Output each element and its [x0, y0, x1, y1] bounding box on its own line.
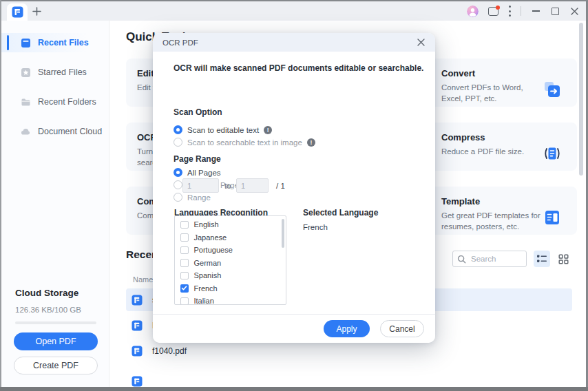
- range-to-input[interactable]: [236, 178, 269, 193]
- selected-language-label: Selected Language: [303, 208, 378, 218]
- radio-unselected-icon: [174, 193, 182, 202]
- notifications-icon[interactable]: [488, 7, 498, 16]
- radio-label: Range: [187, 193, 211, 202]
- radio-label: All Pages: [187, 169, 221, 177]
- main-scrollbar[interactable]: [579, 23, 583, 176]
- radio-range[interactable]: Range: [174, 193, 211, 202]
- maximize-button[interactable]: [550, 6, 560, 16]
- sidebar-item-document-cloud[interactable]: Document Cloud: [1, 122, 109, 141]
- app-tab[interactable]: [7, 3, 28, 21]
- language-label: Portuguese: [194, 246, 233, 254]
- card-compress[interactable]: Compress Reduce a PDF file size.: [430, 123, 577, 171]
- checkbox-unchecked-icon: [180, 233, 189, 242]
- sidebar: Recent Files Starred Files Recent Folder…: [1, 21, 109, 387]
- card-desc: Reduce a PDF file size.: [441, 147, 546, 158]
- apply-button[interactable]: Apply: [324, 320, 370, 337]
- account-avatar[interactable]: [467, 6, 479, 17]
- info-icon[interactable]: [264, 126, 272, 134]
- radio-selected-icon: [174, 168, 182, 177]
- language-label: German: [194, 259, 222, 267]
- cloud-storage-usage: 126.36 KB/100 GB: [15, 306, 81, 314]
- recent-files-icon: [21, 38, 31, 48]
- sidebar-item-label: Starred Files: [38, 67, 87, 77]
- radio-selected-icon: [174, 125, 182, 134]
- convert-icon: [543, 80, 562, 99]
- languages-listbox[interactable]: English Japanese Portuguese German Spani…: [174, 215, 286, 305]
- sidebar-item-starred-files[interactable]: Starred Files: [1, 63, 109, 82]
- cloud-icon: [21, 127, 31, 137]
- card-desc: Get great PDF templates for resumes, pos…: [441, 211, 546, 232]
- minimize-button[interactable]: [531, 6, 540, 16]
- grid-view-toggle[interactable]: [555, 251, 571, 267]
- list-view-toggle[interactable]: [534, 251, 550, 267]
- dialog-description: OCR will make scanned PDF documents edit…: [174, 63, 423, 73]
- card-desc: Convert PDFs to Word, Excel, PPT, etc.: [441, 83, 546, 104]
- file-name: f1040.pdf: [152, 346, 187, 356]
- radio-scan-editable[interactable]: Scan to editable text: [174, 125, 272, 134]
- search-input[interactable]: [470, 254, 523, 264]
- checkbox-checked-icon: [180, 284, 189, 293]
- checkbox-unchecked-icon: [180, 272, 189, 280]
- pdf-file-icon: [132, 295, 143, 306]
- card-template[interactable]: Template Get great PDF templates for res…: [430, 187, 577, 235]
- folder-icon: [21, 97, 31, 107]
- language-option-spanish[interactable]: Spanish: [175, 269, 286, 282]
- open-pdf-button[interactable]: Open PDF: [14, 332, 98, 350]
- card-title: Template: [441, 196, 566, 207]
- pdf-file-icon: [132, 320, 143, 331]
- radio-label: Scan to searchable text in image: [187, 138, 302, 147]
- cancel-button[interactable]: Cancel: [380, 320, 424, 337]
- range-from-input[interactable]: [182, 178, 219, 193]
- template-icon: [543, 208, 562, 227]
- selected-language-value: French: [303, 223, 328, 231]
- card-title: Compress: [441, 132, 566, 142]
- star-icon: [21, 67, 31, 78]
- sidebar-item-label: Recent Folders: [38, 97, 96, 107]
- sidebar-item-label: Document Cloud: [38, 127, 102, 136]
- scan-option-label: Scan Option: [174, 107, 222, 117]
- dialog-close-icon[interactable]: [416, 38, 426, 47]
- checkbox-unchecked-icon: [180, 297, 189, 306]
- sidebar-item-recent-folders[interactable]: Recent Folders: [1, 92, 109, 112]
- titlebar: [1, 1, 586, 21]
- compress-icon: [543, 144, 562, 163]
- info-icon[interactable]: [307, 138, 315, 147]
- sidebar-item-recent-files[interactable]: Recent Files: [1, 33, 109, 52]
- language-option-french[interactable]: French: [175, 282, 286, 295]
- card-title: Convert: [441, 68, 566, 78]
- range-total-text: / 1: [276, 182, 285, 190]
- language-option-italian[interactable]: Italian: [175, 295, 286, 305]
- radio-label: Scan to editable text: [187, 126, 259, 134]
- language-option-english[interactable]: English: [175, 218, 286, 231]
- close-button[interactable]: [569, 6, 579, 16]
- checkbox-unchecked-icon: [180, 221, 189, 229]
- page-range-label: Page Range: [174, 154, 221, 164]
- file-row[interactable]: [126, 365, 572, 388]
- search-box[interactable]: [452, 251, 527, 267]
- radio-unselected-icon: [174, 180, 182, 189]
- language-label: Spanish: [194, 271, 222, 279]
- dialog-footer: Apply Cancel: [153, 314, 435, 343]
- language-label: French: [194, 284, 218, 293]
- dialog-header[interactable]: OCR PDF: [153, 33, 435, 52]
- checkbox-unchecked-icon: [180, 246, 189, 255]
- radio-scan-searchable[interactable]: Scan to searchable text in image: [174, 138, 315, 147]
- language-option-portuguese[interactable]: Portuguese: [175, 244, 286, 257]
- checkbox-unchecked-icon: [180, 259, 189, 267]
- radio-unselected-icon: [174, 138, 182, 147]
- radio-all-pages[interactable]: All Pages: [174, 168, 221, 177]
- menu-kebab-icon[interactable]: [508, 6, 511, 17]
- language-label: Japanese: [194, 233, 227, 242]
- create-pdf-button[interactable]: Create PDF: [14, 357, 98, 374]
- new-tab-button[interactable]: [32, 6, 42, 17]
- cloud-storage-progressbar: [15, 321, 96, 324]
- card-convert[interactable]: Convert Convert PDFs to Word, Excel, PPT…: [430, 59, 577, 107]
- search-icon: [457, 255, 466, 264]
- range-to-text: to: [224, 182, 231, 190]
- language-label: English: [194, 220, 219, 229]
- languages-scrollbar[interactable]: [282, 219, 284, 248]
- language-option-german[interactable]: German: [175, 257, 286, 270]
- name-column-header: Name: [133, 275, 153, 284]
- titlebar-divider: [521, 6, 521, 16]
- language-option-japanese[interactable]: Japanese: [175, 231, 286, 244]
